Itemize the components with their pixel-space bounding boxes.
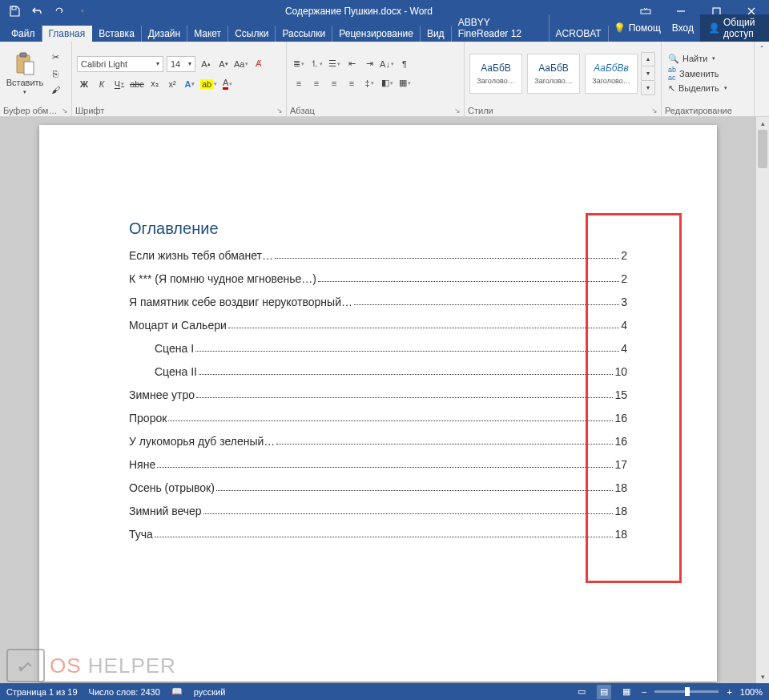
style-heading3[interactable]: АаБбВвЗаголово… — [585, 54, 638, 94]
bold-button[interactable]: Ж — [77, 77, 91, 91]
scroll-up-icon[interactable]: ▴ — [756, 117, 769, 130]
scroll-down-icon[interactable]: ▾ — [756, 670, 769, 683]
status-language[interactable]: русский — [194, 687, 225, 697]
italic-button[interactable]: К — [95, 77, 109, 91]
toc-entry-page: 18 — [614, 505, 627, 517]
tab-acrobat[interactable]: ACROBAT — [550, 26, 609, 42]
shading-icon[interactable]: ◧ — [380, 76, 394, 91]
toc-entry-page: 16 — [614, 435, 627, 448]
toc-entry[interactable]: Осень (отрывок)18 — [129, 481, 627, 494]
underline-button[interactable]: Ч — [112, 77, 127, 91]
decrease-indent-icon[interactable]: ⇤ — [344, 57, 359, 71]
align-center-icon[interactable]: ≡ — [309, 76, 324, 91]
toc-entry[interactable]: Сцена II10 — [129, 365, 627, 378]
align-left-icon[interactable]: ≡ — [292, 76, 306, 91]
toc-entry-title: Сцена I — [155, 342, 194, 355]
numbering-icon[interactable]: ⒈ — [309, 57, 324, 71]
tell-me[interactable]: 💡 Помощ — [609, 22, 666, 34]
toc-entry-title: Если жизнь тебя обманет… — [129, 249, 273, 262]
superscript-button[interactable]: x² — [165, 77, 179, 91]
print-layout-icon[interactable]: ▤ — [597, 685, 611, 699]
scroll-thumb[interactable] — [758, 130, 767, 168]
strike-button[interactable]: abc — [130, 77, 144, 91]
zoom-slider[interactable] — [654, 690, 719, 693]
font-name-select[interactable]: Calibri Light▾ — [77, 56, 163, 72]
zoom-in-icon[interactable]: + — [727, 687, 731, 697]
font-launcher[interactable]: ↘ — [276, 107, 283, 115]
tab-review[interactable]: Рецензирование — [332, 26, 421, 42]
toc-entry[interactable]: К *** (Я помню чудное мгновенье…)2 — [129, 272, 627, 285]
justify-icon[interactable]: ≡ — [344, 76, 359, 91]
signin-link[interactable]: Вход — [666, 20, 700, 36]
toc-entry[interactable]: Зимнее утро15 — [129, 388, 627, 401]
styles-scroll-up-icon[interactable]: ▴ — [641, 52, 655, 66]
tab-design[interactable]: Дизайн — [142, 26, 187, 42]
status-proofing-icon[interactable]: 📖 — [171, 686, 183, 697]
bullets-icon[interactable]: ≣ — [292, 57, 306, 71]
tab-view[interactable]: Вид — [421, 26, 452, 42]
tab-abbyy[interactable]: ABBYY FineReader 12 — [452, 14, 550, 42]
collapse-ribbon-icon[interactable]: ˆ — [755, 42, 769, 116]
find-button[interactable]: 🔍Найти▾ — [668, 54, 727, 64]
tab-home[interactable]: Главная — [42, 26, 93, 42]
tab-insert[interactable]: Вставка — [92, 26, 142, 42]
styles-scroll-down-icon[interactable]: ▾ — [641, 66, 655, 81]
replace-button[interactable]: abacЗаменить — [668, 66, 727, 82]
styles-expand-icon[interactable]: ▾ — [641, 81, 655, 95]
save-icon[interactable] — [6, 3, 22, 19]
share-button[interactable]: 👤 Общий доступ — [700, 14, 769, 42]
paste-button[interactable]: Вставить ▾ — [5, 52, 45, 95]
toc-entry[interactable]: Зимний вечер18 — [129, 505, 627, 517]
style-heading1[interactable]: АаБбВЗаголово… — [469, 54, 522, 94]
font-color-icon[interactable]: A — [220, 77, 235, 91]
format-painter-icon[interactable]: 🖌 — [48, 82, 62, 97]
cut-icon[interactable]: ✂ — [48, 50, 62, 65]
change-case-icon[interactable]: Aa — [234, 57, 248, 71]
text-effects-icon[interactable]: A — [183, 77, 197, 91]
font-size-select[interactable]: 14▾ — [167, 56, 195, 72]
sort-icon[interactable]: A↓ — [380, 57, 394, 71]
styles-gallery: АаБбВЗаголово… АаБбВЗаголово… АаБбВвЗаго… — [469, 54, 638, 94]
toc-entry[interactable]: Пророк16 — [129, 412, 627, 424]
increase-indent-icon[interactable]: ⇥ — [362, 57, 376, 71]
tab-mailings[interactable]: Рассылки — [276, 26, 332, 42]
toc-entry[interactable]: Моцарт и Сальери4 — [129, 319, 627, 332]
copy-icon[interactable]: ⎘ — [48, 66, 62, 81]
redo-icon[interactable] — [51, 3, 67, 19]
clear-format-icon[interactable]: A̸ — [252, 57, 266, 71]
borders-icon[interactable]: ▦ — [397, 76, 412, 91]
zoom-out-icon[interactable]: − — [642, 687, 646, 697]
paragraph-launcher[interactable]: ↘ — [454, 107, 461, 115]
styles-launcher[interactable]: ↘ — [651, 107, 658, 115]
toc-entry[interactable]: Няне17 — [129, 458, 627, 471]
style-heading2[interactable]: АаБбВЗаголово… — [527, 54, 580, 94]
subscript-button[interactable]: x₂ — [147, 77, 162, 91]
qat-customize-icon[interactable] — [74, 3, 90, 19]
select-button[interactable]: ↖Выделить▾ — [668, 83, 727, 94]
toc-entry[interactable]: Сцена I4 — [129, 342, 627, 355]
grow-font-icon[interactable]: A▴ — [199, 57, 213, 71]
tab-file[interactable]: Файл — [0, 26, 42, 42]
toc-entry-page: 15 — [614, 388, 627, 401]
tab-references[interactable]: Ссылки — [228, 26, 276, 42]
clipboard-launcher[interactable]: ↘ — [62, 107, 68, 115]
web-layout-icon[interactable]: ▦ — [619, 685, 634, 699]
page[interactable]: Оглавление Если жизнь тебя обманет…2К **… — [39, 125, 717, 682]
toc-entry[interactable]: Туча18 — [129, 528, 627, 541]
tab-layout[interactable]: Макет — [187, 26, 228, 42]
toc-entry[interactable]: У лукоморья дуб зеленый…16 — [129, 435, 627, 448]
line-spacing-icon[interactable]: ‡ — [362, 76, 376, 91]
show-marks-icon[interactable]: ¶ — [397, 57, 412, 71]
align-right-icon[interactable]: ≡ — [327, 76, 341, 91]
multilevel-icon[interactable]: ☰ — [327, 57, 341, 71]
toc-entry[interactable]: Если жизнь тебя обманет…2 — [129, 249, 627, 262]
shrink-font-icon[interactable]: A▾ — [216, 57, 231, 71]
highlight-icon[interactable]: ab — [200, 77, 217, 91]
zoom-level[interactable]: 100% — [740, 687, 763, 697]
read-mode-icon[interactable]: ▭ — [574, 685, 589, 699]
undo-icon[interactable] — [29, 3, 45, 19]
toc-entry[interactable]: Я памятник себе воздвиг нерукотворный…3 — [129, 296, 627, 308]
status-words[interactable]: Число слов: 2430 — [89, 687, 160, 697]
status-page[interactable]: Страница 1 из 19 — [6, 687, 78, 697]
vertical-scrollbar[interactable]: ▴ ▾ — [756, 117, 769, 683]
